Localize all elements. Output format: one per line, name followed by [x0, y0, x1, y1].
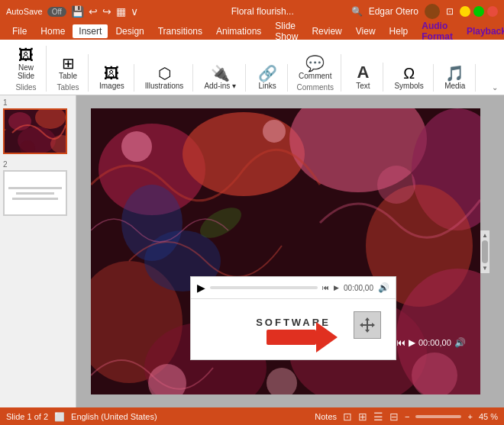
text-label: Text: [356, 82, 370, 90]
menu-insert[interactable]: Insert: [73, 24, 108, 38]
close-button[interactable]: [487, 6, 498, 17]
addins-button[interactable]: 🔌 Add-ins ▾: [201, 64, 239, 92]
menu-view[interactable]: View: [350, 24, 382, 38]
move-cursor-overlay: [351, 308, 384, 342]
skip-fwd-icon[interactable]: ▶: [334, 284, 339, 291]
addins-label: Add-ins ▾: [204, 82, 236, 90]
ribbon-group-tables-items: ⊞ Table: [54, 54, 82, 82]
ribbon-group-comments: 💬 Comment Comments: [289, 54, 341, 92]
links-button[interactable]: 🔗 Links: [254, 64, 281, 92]
save-icon[interactable]: 💾: [71, 5, 84, 18]
status-left: Slide 1 of 2 ⬜ English (United States): [6, 412, 157, 422]
window-icon[interactable]: ⊡: [446, 6, 454, 17]
zoom-in-icon[interactable]: +: [467, 412, 472, 421]
status-right: Notes ⊡ ⊞ ☰ ⊟ − + 45 %: [315, 411, 498, 423]
media-button[interactable]: 🎵 Media: [441, 64, 469, 92]
zoom-slider[interactable]: [415, 415, 461, 418]
scroll-up-button[interactable]: ▲: [482, 232, 488, 239]
notes-button[interactable]: Notes: [315, 412, 337, 421]
scroll-thumb[interactable]: [482, 240, 488, 263]
table-icon: ⊞: [62, 56, 75, 71]
slide-canvas[interactable]: ▶ ⏮ ▶ 00:00,00 🔊 SOFTWARE: [91, 108, 480, 394]
scroll-down-button[interactable]: ▼: [482, 265, 488, 272]
media-progress-bar[interactable]: [210, 286, 318, 289]
slides-group-label: Slides: [15, 83, 36, 92]
slide-img-2[interactable]: [3, 170, 67, 216]
ribbon-group-tables: ⊞ Table Tables: [48, 54, 89, 92]
new-slide-button[interactable]: 🖼 NewSlide: [12, 46, 40, 82]
symbols-icon: Ω: [403, 66, 415, 81]
undo-icon[interactable]: ↩: [89, 5, 98, 18]
slide-thumb-1[interactable]: 1 ★: [3, 98, 73, 154]
menu-audio-format[interactable]: Audio Format: [415, 19, 459, 43]
normal-view-icon[interactable]: ⊡: [343, 411, 352, 423]
thumb-floral-1: [5, 110, 66, 153]
move-icon: [358, 316, 376, 334]
title-bar-left: AutoSave Off 💾 ↩ ↪ ▦ ∨: [6, 5, 174, 18]
media-icon: 🎵: [445, 66, 464, 81]
media-play-button[interactable]: ▶: [197, 282, 205, 294]
menu-animations[interactable]: Animations: [210, 24, 267, 38]
menu-playback[interactable]: Playback: [460, 24, 504, 38]
menu-slideshow[interactable]: Slide Show: [269, 19, 304, 43]
media-items: 🎵 Media: [441, 64, 469, 92]
minimize-button[interactable]: [460, 6, 470, 17]
search-icon[interactable]: 🔍: [351, 6, 363, 17]
dropdown-icon[interactable]: ∨: [131, 5, 138, 18]
volume-icon[interactable]: 🔊: [378, 282, 389, 293]
menu-help[interactable]: Help: [383, 24, 415, 38]
autosave-toggle[interactable]: Off: [47, 7, 66, 17]
links-label: Links: [258, 82, 276, 90]
presenter-view-icon[interactable]: ⊟: [389, 411, 399, 423]
reading-view-icon[interactable]: ☰: [373, 411, 383, 423]
accessibility-icon[interactable]: ⬜: [54, 412, 65, 422]
menu-review[interactable]: Review: [305, 24, 347, 38]
ext-volume-icon[interactable]: 🔊: [454, 337, 466, 348]
ribbon-group-media: 🎵 Media: [435, 64, 476, 92]
skip-back-icon[interactable]: ⏮: [322, 284, 329, 291]
menu-design[interactable]: Design: [109, 24, 150, 38]
text-icon: A: [357, 64, 369, 81]
redo-icon[interactable]: ↪: [102, 5, 111, 18]
ribbon: 🖼 NewSlide Slides ⊞ Table Tables 🖼 Image…: [0, 40, 504, 95]
svg-point-20: [377, 166, 415, 204]
menu-home[interactable]: Home: [34, 24, 71, 38]
table-button[interactable]: ⊞ Table: [54, 54, 82, 82]
ext-time-display: 00:00,00: [418, 338, 451, 347]
ext-play-icon[interactable]: ▶: [409, 337, 415, 348]
ribbon-group-text: A Text: [343, 63, 383, 92]
ext-skip-back-icon[interactable]: ⏮: [396, 337, 405, 348]
title-right: 🔍 Edgar Otero ⊡: [351, 4, 498, 19]
slide-sorter-icon[interactable]: ⊞: [358, 411, 367, 423]
star-badge-1: ★: [3, 125, 7, 136]
comments-group-label: Comments: [297, 83, 334, 92]
images-button[interactable]: 🖼 Images: [96, 64, 128, 92]
text-items: A Text: [349, 63, 376, 92]
svg-marker-27: [316, 322, 338, 353]
svg-rect-26: [267, 330, 316, 345]
illustrations-items: ⬡ Illustrations: [142, 64, 187, 92]
autosave-label: AutoSave: [6, 7, 43, 16]
text-button[interactable]: A Text: [349, 63, 376, 92]
slide-img-1[interactable]: ★: [3, 108, 67, 154]
ribbon-group-images-items: 🖼 Images: [96, 64, 128, 92]
vertical-scrollbar[interactable]: ▲ ▼: [480, 230, 489, 273]
zoom-level[interactable]: 45 %: [479, 412, 498, 421]
ribbon-content: 🖼 NewSlide Slides ⊞ Table Tables 🖼 Image…: [6, 43, 498, 93]
new-slide-label: NewSlide: [18, 63, 34, 80]
addins-items: 🔌 Add-ins ▾: [201, 64, 239, 92]
present-icon[interactable]: ▦: [116, 5, 126, 18]
zoom-out-icon[interactable]: −: [405, 412, 409, 421]
slide-num-1: 1: [3, 98, 73, 107]
menu-transitions[interactable]: Transitions: [152, 24, 208, 38]
slide-thumb-2[interactable]: 2: [3, 160, 73, 216]
ribbon-group-symbols: Ω Symbols: [385, 64, 433, 92]
language-display: English (United States): [71, 412, 157, 421]
ribbon-collapse-arrow[interactable]: ⌄: [492, 83, 498, 92]
illustrations-button[interactable]: ⬡ Illustrations: [142, 64, 187, 92]
canvas-area: ▶ ⏮ ▶ 00:00,00 🔊 SOFTWARE: [76, 95, 504, 407]
comment-button[interactable]: 💬 Comment: [296, 54, 334, 82]
maximize-button[interactable]: [473, 6, 484, 17]
symbols-button[interactable]: Ω Symbols: [391, 64, 426, 92]
menu-file[interactable]: File: [6, 24, 33, 38]
